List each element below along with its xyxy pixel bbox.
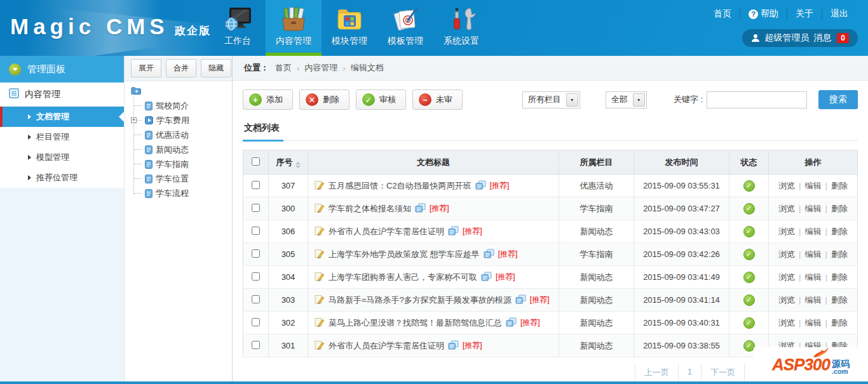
document-title-link[interactable]: 上海学车团购券害人害己，专家称不可取 <box>329 272 477 283</box>
pagination-page-1[interactable]: 1 <box>678 364 701 381</box>
row-action-edit[interactable]: 编辑 <box>805 204 822 213</box>
row-checkbox[interactable] <box>252 272 260 281</box>
sidebar-item-recommend-management[interactable]: 推荐位管理 <box>0 168 124 188</box>
search-button[interactable]: 搜索 <box>818 90 858 109</box>
row-checkbox[interactable] <box>252 227 260 235</box>
link-logout[interactable]: 退出 <box>822 8 857 20</box>
breadcrumb-content-management[interactable]: 内容管理 <box>304 62 337 74</box>
expand-button[interactable]: 展开 <box>131 59 161 77</box>
row-action-view[interactable]: 浏览 <box>778 204 795 213</box>
row-action-view[interactable]: 浏览 <box>778 227 795 236</box>
current-user-name[interactable]: 超级管理员 <box>764 32 809 44</box>
copy-pages-icon[interactable] <box>515 295 526 306</box>
row-action-delete[interactable]: 删除 <box>831 227 848 236</box>
edit-pencil-icon[interactable] <box>315 225 325 237</box>
row-action-edit[interactable]: 编辑 <box>805 249 822 259</box>
column-header-id[interactable]: 序号 <box>269 150 308 175</box>
row-action-edit[interactable]: 编辑 <box>805 181 822 190</box>
row-action-delete[interactable]: 删除 <box>831 249 848 259</box>
keyword-input[interactable] <box>707 91 807 109</box>
row-action-view[interactable]: 浏览 <box>778 249 795 259</box>
row-checkbox[interactable] <box>252 181 260 189</box>
row-checkbox[interactable] <box>252 318 260 326</box>
row-action-delete[interactable]: 删除 <box>831 318 848 328</box>
row-checkbox[interactable] <box>252 204 260 212</box>
edit-pencil-icon[interactable] <box>315 271 325 283</box>
row-checkbox[interactable] <box>252 249 260 258</box>
document-title-link[interactable]: 学车前之体检报名须知 <box>329 203 411 215</box>
expand-plus-icon[interactable]: + <box>131 117 137 123</box>
edit-pencil-icon[interactable] <box>315 340 325 352</box>
approve-button[interactable]: ✓ 审核 <box>356 89 406 110</box>
message-count-badge[interactable]: 0 <box>837 33 849 43</box>
sidebar-panel-header[interactable]: 管理面板 <box>0 56 124 83</box>
sidebar-item-model-management[interactable]: 模型管理 <box>0 147 124 168</box>
tree-item[interactable]: + <box>130 157 232 171</box>
sidebar-item-column-management[interactable]: 栏目管理 <box>0 127 124 147</box>
copy-pages-icon[interactable] <box>475 180 486 192</box>
edit-pencil-icon[interactable] <box>315 294 325 306</box>
nav-template-management[interactable]: 模板管理 <box>377 0 433 56</box>
link-home[interactable]: 首页 <box>705 8 740 20</box>
document-title-link[interactable]: 马路新手=马路杀手?多方探究新手频发事故的根源 <box>329 295 512 306</box>
copy-pages-icon[interactable] <box>506 317 517 329</box>
row-action-delete[interactable]: 删除 <box>831 181 848 190</box>
status-filter-select[interactable]: 全部 ▼ <box>606 91 647 109</box>
row-action-edit[interactable]: 编辑 <box>805 272 822 282</box>
row-action-edit[interactable]: 编辑 <box>805 227 822 236</box>
copy-pages-icon[interactable] <box>484 249 494 260</box>
copy-pages-icon[interactable] <box>415 203 426 215</box>
document-title-link[interactable]: 外省市人员在沪学车需居住证明 <box>329 340 444 352</box>
row-action-view[interactable]: 浏览 <box>778 318 795 328</box>
document-title-link[interactable]: 菜鸟上路心里没谱？找陪驾！最新陪驾信息汇总 <box>329 317 502 329</box>
breadcrumb-edit-document[interactable]: 编辑文档 <box>351 62 384 74</box>
row-action-delete[interactable]: 删除 <box>831 272 848 282</box>
breadcrumb-home[interactable]: 首页 <box>275 62 292 74</box>
tree-root-folder-icon[interactable] <box>131 86 141 95</box>
sidebar-section-content-management[interactable]: 内容管理 <box>0 83 124 107</box>
sidebar-item-document-management[interactable]: 文档管理 <box>0 107 124 127</box>
edit-pencil-icon[interactable] <box>315 248 325 260</box>
tree-item[interactable]: + <box>130 98 232 113</box>
copy-pages-icon[interactable] <box>448 226 459 237</box>
row-action-delete[interactable]: 删除 <box>831 295 848 305</box>
row-checkbox[interactable] <box>252 341 260 349</box>
row-action-view[interactable]: 浏览 <box>778 181 795 190</box>
delete-button[interactable]: ✕ 删除 <box>299 89 349 110</box>
nav-system-settings[interactable]: 系统设置 <box>433 0 489 56</box>
nav-module-management[interactable]: 模块管理 <box>322 0 377 56</box>
column-filter-select[interactable]: 所有栏目 ▼ <box>522 91 580 109</box>
row-action-delete[interactable]: 删除 <box>831 204 848 213</box>
document-title-link[interactable]: 上海学车外地学员政策放宽 想学车应趁早 <box>329 249 480 260</box>
hide-button[interactable]: 隐藏 <box>201 59 231 77</box>
document-title-link[interactable]: 五月感恩回馈：C2自动挡最快两周开班 <box>329 180 471 192</box>
messages-link[interactable]: 消息 <box>813 32 831 44</box>
tree-item[interactable]: + <box>130 113 232 128</box>
copy-pages-icon[interactable] <box>448 340 459 352</box>
edit-pencil-icon[interactable] <box>315 317 325 329</box>
row-action-edit[interactable]: 编辑 <box>805 318 822 328</box>
select-all-checkbox[interactable] <box>252 157 260 166</box>
pagination-prev[interactable]: 上一页 <box>635 364 678 381</box>
tree-item[interactable]: + <box>130 128 232 142</box>
edit-pencil-icon[interactable] <box>315 180 325 192</box>
document-title-link[interactable]: 外省市人员在沪学车需居住证明 <box>329 226 444 237</box>
link-about[interactable]: 关于 <box>787 8 822 20</box>
tree-item[interactable]: + <box>130 186 232 201</box>
row-action-edit[interactable]: 编辑 <box>805 295 822 305</box>
tab-document-list[interactable]: 文档列表 <box>243 122 283 142</box>
add-button[interactable]: + 添加 <box>243 89 293 110</box>
copy-pages-icon[interactable] <box>481 272 492 283</box>
edit-pencil-icon[interactable] <box>315 202 325 215</box>
nav-content-management[interactable]: 内容管理 <box>266 0 322 56</box>
collapse-button[interactable]: 合并 <box>166 59 196 77</box>
unapprove-button[interactable]: − 未审 <box>412 89 463 110</box>
row-action-view[interactable]: 浏览 <box>778 295 795 305</box>
pagination-next[interactable]: 下一页 <box>701 364 745 381</box>
nav-workbench[interactable]: 工作台 <box>210 0 266 56</box>
link-help[interactable]: ? 帮助 <box>740 8 787 20</box>
row-checkbox[interactable] <box>252 295 260 303</box>
row-action-view[interactable]: 浏览 <box>778 272 795 282</box>
tree-item[interactable]: + <box>130 142 232 157</box>
tree-item[interactable]: + <box>130 171 232 186</box>
